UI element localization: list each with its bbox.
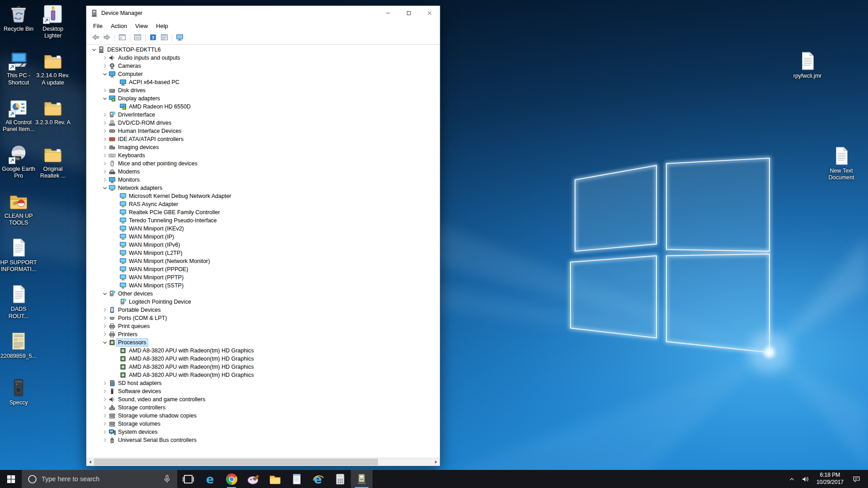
chevron-down-icon[interactable] <box>101 339 108 346</box>
title-bar[interactable]: Device Manager <box>86 6 440 20</box>
tree-item-storage-volume-shadow-copies[interactable]: Storage volume shadow copies <box>86 412 440 420</box>
tree-item-system-devices[interactable]: System devices <box>86 428 440 436</box>
chevron-right-icon[interactable] <box>101 306 108 314</box>
tree-item-driverinterface[interactable]: ?DriverInterface <box>86 111 440 119</box>
taskbar-file-explorer-button[interactable] <box>264 470 286 488</box>
taskbar-clock[interactable]: 6:18 PM 10/29/2017 <box>812 472 848 486</box>
chevron-right-icon[interactable] <box>101 136 108 143</box>
desktop-icon-speccy[interactable]: Speccy <box>0 377 37 406</box>
chevron-right-icon[interactable] <box>101 420 108 427</box>
chevron-right-icon[interactable] <box>101 127 108 135</box>
tree-item-software-devices[interactable]: Software devices <box>86 387 440 395</box>
chevron-right-icon[interactable] <box>101 168 108 175</box>
minimize-button[interactable] <box>377 6 398 20</box>
toolbar-properties-button[interactable] <box>132 33 143 43</box>
taskbar-notepad-button[interactable] <box>286 470 307 488</box>
chevron-right-icon[interactable] <box>101 412 108 419</box>
scroll-right-arrow[interactable] <box>432 458 440 466</box>
tree-item-audio-inputs-and-outputs[interactable]: Audio inputs and outputs <box>86 54 440 62</box>
tree-item-acpi-x64-based-pc[interactable]: ACPI x64-based PC <box>86 78 440 86</box>
tree-item-mice-and-other-pointing-devices[interactable]: Mice and other pointing devices <box>86 160 440 168</box>
search-input[interactable]: Type here to search <box>22 470 177 488</box>
toolbar-export-list-button[interactable] <box>159 33 170 43</box>
tree-item-wan-miniport-l2tp[interactable]: WAN Miniport (L2TP) <box>86 249 440 257</box>
chevron-right-icon[interactable] <box>101 176 108 183</box>
tree-item-wan-miniport-ip[interactable]: WAN Miniport (IP) <box>86 233 440 241</box>
horizontal-scrollbar[interactable] <box>86 458 440 466</box>
menu-help[interactable]: Help <box>152 21 172 31</box>
desktop-icon-dads-rout[interactable]: DADS ROUT... <box>0 284 37 320</box>
toolbar-back-button[interactable] <box>90 33 101 43</box>
taskbar-edge-button[interactable]: e <box>199 470 221 488</box>
chevron-down-icon[interactable] <box>101 95 108 102</box>
tree-item-storage-volumes[interactable]: Storage volumes <box>86 420 440 428</box>
chevron-right-icon[interactable] <box>101 62 108 70</box>
desktop-icon-all-control-panel-item[interactable]: All Control Panel Item... <box>0 97 37 133</box>
tree-item-universal-serial-bus-controllers[interactable]: Universal Serial Bus controllers <box>86 436 440 444</box>
volume-icon[interactable] <box>799 470 812 488</box>
chevron-right-icon[interactable] <box>101 404 108 411</box>
taskbar-internet-explorer-button[interactable]: e <box>307 470 329 488</box>
desktop-icon-hp-support-informati[interactable]: HP SUPPORT INFORMATI... <box>0 237 37 273</box>
tree-item-logitech-pointing-device[interactable]: ?Logitech Pointing Device <box>86 298 440 306</box>
menu-action[interactable]: Action <box>107 21 131 31</box>
chevron-right-icon[interactable] <box>101 380 108 387</box>
tree-item-realtek-pcie-gbe-family-controller[interactable]: Realtek PCIe GBE Family Controller <box>86 208 440 216</box>
chevron-right-icon[interactable] <box>101 119 108 127</box>
tree-item-wan-miniport-sstp[interactable]: WAN Miniport (SSTP) <box>86 282 440 290</box>
desktop-icon-3-2-3-0-rev-a[interactable]: 3.2.3.0 Rev. A <box>34 97 71 126</box>
tree-item-microsoft-kernel-debug-network-adapter[interactable]: Microsoft Kernel Debug Network Adapter <box>86 192 440 200</box>
tree-item-ras-async-adapter[interactable]: RAS Async Adapter <box>86 200 440 208</box>
tree-item-ports-com-lpt[interactable]: Ports (COM & LPT) <box>86 314 440 322</box>
chevron-right-icon[interactable] <box>101 160 108 167</box>
desktop-icon-new-text-document[interactable]: New Text Document <box>823 145 860 182</box>
chevron-down-icon[interactable] <box>101 184 108 192</box>
tree-item-display-adapters[interactable]: Display adapters <box>86 94 440 103</box>
tree-item-wan-miniport-ipv6[interactable]: WAN Miniport (IPv6) <box>86 241 440 249</box>
tree-item-disk-drives[interactable]: Disk drives <box>86 86 440 94</box>
action-center-icon[interactable] <box>848 470 865 488</box>
tree-item-sd-host-adapters[interactable]: SD host adapters <box>86 379 440 387</box>
chevron-right-icon[interactable] <box>101 152 108 159</box>
chevron-right-icon[interactable] <box>101 388 108 395</box>
desktop-icon-google-earth-pro[interactable]: ProGoogle Earth Pro <box>0 144 37 180</box>
tree-item-keyboards[interactable]: Keyboards <box>86 151 440 160</box>
chevron-right-icon[interactable] <box>101 436 108 444</box>
chevron-right-icon[interactable] <box>101 144 108 151</box>
chevron-right-icon[interactable] <box>101 54 108 61</box>
microphone-icon[interactable] <box>162 474 172 484</box>
chevron-down-icon[interactable] <box>101 70 108 78</box>
chevron-right-icon[interactable] <box>101 396 108 403</box>
desktop-icon-clean-up-tools[interactable]: CLEAN UP TOOLS <box>0 191 37 227</box>
taskbar-device-manager-button[interactable] <box>351 470 373 488</box>
chevron-right-icon[interactable] <box>101 111 108 118</box>
tree-item-portable-devices[interactable]: Portable Devices <box>86 306 440 314</box>
toolbar-console-tree-button[interactable] <box>117 33 128 43</box>
tree-item-cameras[interactable]: Cameras <box>86 62 440 70</box>
tree-item-teredo-tunneling-pseudo-interface[interactable]: Teredo Tunneling Pseudo-Interface <box>86 216 440 225</box>
tree-item-wan-miniport-pptp[interactable]: WAN Miniport (PPTP) <box>86 273 440 282</box>
tree-item-network-adapters[interactable]: Network adapters <box>86 184 440 192</box>
taskbar-calculator-button[interactable] <box>329 470 351 488</box>
toolbar-help-button[interactable]: ? <box>147 33 159 43</box>
desktop-icon-rpyfwcli-jmr[interactable]: rpyfwcli.jmr <box>789 51 826 80</box>
chevron-down-icon[interactable] <box>101 290 108 297</box>
menu-file[interactable]: File <box>89 21 107 31</box>
desktop-icon-original-realtek[interactable]: Original Realtek ... <box>34 144 71 180</box>
tree-item-amd-a8-3820-apu-with-radeon-tm-hd-graphics[interactable]: AMD A8-3820 APU with Radeon(tm) HD Graph… <box>86 363 440 371</box>
tree-item-sound-video-and-game-controllers[interactable]: Sound, video and game controllers <box>86 395 440 404</box>
tree-item-wan-miniport-network-monitor[interactable]: WAN Miniport (Network Monitor) <box>86 257 440 265</box>
tree-item-processors[interactable]: Processors <box>86 338 440 347</box>
scrollbar-thumb[interactable] <box>94 459 378 465</box>
chevron-right-icon[interactable] <box>101 87 108 94</box>
maximize-button[interactable] <box>398 6 419 20</box>
tree-item-human-interface-devices[interactable]: Human Interface Devices <box>86 127 440 135</box>
tree-item-amd-a8-3820-apu-with-radeon-tm-hd-graphics[interactable]: AMD A8-3820 APU with Radeon(tm) HD Graph… <box>86 347 440 355</box>
tree-item-storage-controllers[interactable]: Storage controllers <box>86 404 440 412</box>
taskbar-chrome-button[interactable] <box>221 470 242 488</box>
tree-item-amd-radeon-hd-6550d[interactable]: AMD Radeon HD 6550D <box>86 103 440 111</box>
chevron-right-icon[interactable] <box>101 428 108 436</box>
chevron-down-icon[interactable] <box>90 46 98 53</box>
chevron-right-icon[interactable] <box>101 314 108 322</box>
tree-item-desktop-edkttl6[interactable]: DESKTOP-EDKTTL6 <box>86 46 440 54</box>
